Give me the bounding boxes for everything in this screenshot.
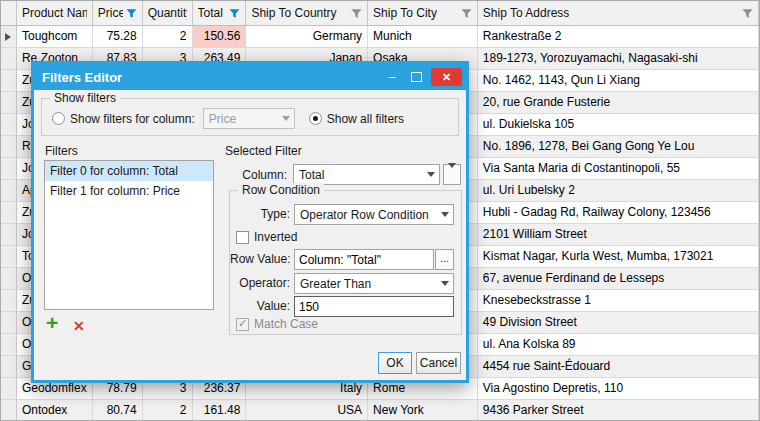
value-label: Value: bbox=[234, 299, 290, 313]
operator-combo[interactable]: Greater Than bbox=[294, 273, 454, 294]
column-header-price[interactable]: Price bbox=[93, 1, 143, 25]
show-all-filters-radio[interactable] bbox=[309, 112, 322, 125]
cell-ship-to-country: Germany bbox=[246, 26, 368, 48]
inverted-option[interactable]: Inverted bbox=[236, 230, 297, 244]
column-header-ship-to-address[interactable]: Ship To Address bbox=[478, 1, 759, 25]
filter-funnel-icon[interactable] bbox=[348, 8, 362, 19]
operator-label: Operator: bbox=[234, 276, 290, 290]
column-label: Column: bbox=[225, 168, 287, 182]
row-value-input[interactable] bbox=[294, 249, 434, 270]
row-indicator bbox=[1, 224, 17, 246]
remove-filter-button[interactable]: ✕ bbox=[73, 318, 85, 334]
cell-ship-to-address: Via Agostino Depretis, 110 bbox=[478, 378, 759, 400]
row-indicator bbox=[1, 92, 17, 114]
type-combo-value: Operator Row Condition bbox=[300, 208, 437, 222]
inverted-checkbox[interactable] bbox=[236, 231, 249, 244]
dialog-titlebar[interactable]: Filters Editor – ✕ bbox=[34, 64, 466, 90]
cell-ship-to-address: 9436 Parker Street bbox=[478, 400, 759, 421]
cell-ship-to-country: USA bbox=[246, 400, 368, 421]
maximize-button[interactable] bbox=[404, 64, 428, 90]
filter-list-item[interactable]: Filter 1 for column: Price bbox=[45, 181, 213, 201]
column-combo[interactable]: Total bbox=[293, 164, 440, 185]
filter-funnel-icon[interactable] bbox=[458, 8, 472, 19]
filter-list-item[interactable]: Filter 0 for column: Total bbox=[45, 161, 213, 181]
cell-ship-to-city: Munich bbox=[368, 26, 478, 48]
row-indicator bbox=[1, 334, 17, 356]
add-filter-button[interactable]: + bbox=[46, 314, 58, 332]
match-case-option: Match Case bbox=[236, 317, 318, 331]
row-indicator bbox=[1, 136, 17, 158]
cell-ship-to-address: 67, avenue Ferdinand de Lesseps bbox=[478, 268, 759, 290]
row-condition-groupbox: Row Condition Type: Operator Row Conditi… bbox=[229, 190, 462, 335]
minimize-button[interactable]: – bbox=[380, 64, 404, 90]
column-header-label: Ship To City bbox=[373, 6, 437, 20]
cell-ship-to-address: No. 1462, 1143, Qun Li Xiang bbox=[478, 70, 759, 92]
column-options-dropdown-button[interactable] bbox=[443, 164, 461, 185]
table-row[interactable]: Ontodex80.742161.48USANew York9436 Parke… bbox=[1, 400, 759, 421]
column-header-label: Product Name bbox=[22, 6, 87, 20]
column-header-quantity[interactable]: Quantity bbox=[143, 1, 193, 25]
column-header-label: Price bbox=[98, 6, 123, 20]
column-header-ship-to-city[interactable]: Ship To City bbox=[368, 1, 478, 25]
value-input[interactable] bbox=[294, 296, 454, 317]
match-case-checkbox bbox=[236, 318, 249, 331]
row-indicator bbox=[1, 246, 17, 268]
column-header-total[interactable]: Total bbox=[193, 1, 247, 25]
row-indicator bbox=[1, 312, 17, 334]
show-filters-groupbox: Show filters Show filters for column: Pr… bbox=[41, 98, 459, 136]
cell-product-name: Toughcom bbox=[17, 26, 93, 48]
chevron-down-icon bbox=[448, 168, 456, 182]
delete-x-icon: ✕ bbox=[73, 318, 85, 334]
filter-funnel-icon[interactable] bbox=[123, 8, 137, 19]
row-indicator bbox=[1, 70, 17, 92]
cell-ship-to-address: 49 Division Street bbox=[478, 312, 759, 334]
minimize-icon: – bbox=[389, 70, 396, 84]
cell-ship-to-address: 4454 rue Saint-Édouard bbox=[478, 356, 759, 378]
chevron-down-icon bbox=[437, 212, 453, 217]
row-indicator bbox=[1, 26, 17, 48]
close-button[interactable]: ✕ bbox=[431, 68, 462, 86]
cell-total: 150.56 bbox=[193, 26, 247, 48]
column-header-label: Ship To Country bbox=[251, 6, 336, 20]
column-header-ship-to-country[interactable]: Ship To Country bbox=[246, 1, 368, 25]
row-indicator bbox=[1, 158, 17, 180]
cell-ship-to-city: New York bbox=[368, 400, 478, 421]
show-filters-for-column-radio[interactable] bbox=[52, 112, 65, 125]
row-indicator bbox=[1, 400, 17, 421]
chevron-down-icon bbox=[423, 172, 439, 177]
cancel-button[interactable]: Cancel bbox=[416, 352, 461, 374]
match-case-label: Match Case bbox=[254, 317, 318, 331]
row-indicator-header bbox=[1, 1, 17, 25]
ok-button[interactable]: OK bbox=[378, 352, 412, 374]
row-indicator bbox=[1, 290, 17, 312]
chevron-down-icon bbox=[437, 281, 453, 286]
cell-ship-to-address: Hubli - Gadag Rd, Railway Colony, 123456 bbox=[478, 202, 759, 224]
cell-ship-to-address: Via Santa Maria di Costantinopoli, 55 bbox=[478, 158, 759, 180]
cell-ship-to-address: Rankestraße 2 bbox=[478, 26, 759, 48]
chevron-down-icon bbox=[278, 116, 294, 121]
cell-ship-to-address: No. 1896, 1278, Bei Gang Gong Ye Lou bbox=[478, 136, 759, 158]
column-header-product-name[interactable]: Product Name bbox=[17, 1, 93, 25]
focused-row-marker bbox=[5, 33, 11, 41]
filter-funnel-icon[interactable] bbox=[226, 8, 240, 19]
dialog-client-area: Show filters Show filters for column: Pr… bbox=[34, 90, 466, 380]
type-combo[interactable]: Operator Row Condition bbox=[294, 204, 454, 225]
row-indicator bbox=[1, 268, 17, 290]
row-value-label: Row Value: bbox=[230, 252, 290, 266]
filter-column-combo-value: Price bbox=[209, 112, 278, 126]
row-value-browse-button[interactable]: ... bbox=[435, 249, 454, 270]
filters-listbox[interactable]: Filter 0 for column: TotalFilter 1 for c… bbox=[44, 160, 214, 310]
cell-total: 161.48 bbox=[193, 400, 247, 421]
cell-product-name: Ontodex bbox=[17, 400, 93, 421]
cell-price: 75.28 bbox=[93, 26, 143, 48]
maximize-icon bbox=[411, 72, 422, 82]
cell-ship-to-address: 20, rue Grande Fusterie bbox=[478, 92, 759, 114]
filters-label: Filters bbox=[45, 144, 78, 158]
cell-quantity: 2 bbox=[143, 400, 193, 421]
filter-funnel-icon[interactable] bbox=[739, 8, 753, 19]
column-header-label: Quantity bbox=[148, 6, 187, 20]
table-row[interactable]: Toughcom75.282150.56GermanyMunichRankest… bbox=[1, 26, 759, 48]
cell-ship-to-address: 2101 William Street bbox=[478, 224, 759, 246]
inverted-label: Inverted bbox=[254, 230, 297, 244]
cell-ship-to-address: ul. Uri Lubelsky 2 bbox=[478, 180, 759, 202]
